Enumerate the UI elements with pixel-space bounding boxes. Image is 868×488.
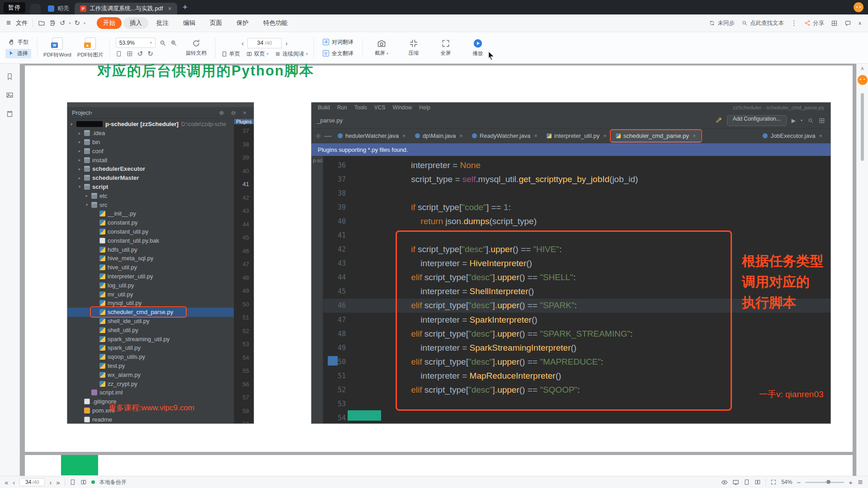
image-panel-icon[interactable]: [6, 91, 14, 99]
ribbon-tab[interactable]: 插入: [123, 17, 148, 29]
file-type-icon: [84, 175, 90, 181]
zoom-minus-icon[interactable]: −: [797, 479, 801, 486]
recording-pause-badge[interactable]: 暂停: [4, 2, 25, 13]
ribbon-tab[interactable]: 编辑: [177, 17, 202, 29]
tab-close-icon: ×: [603, 132, 607, 139]
comment-icon[interactable]: [844, 20, 851, 27]
tree-item: mr_util.py: [67, 290, 234, 299]
status-fullscreen-icon[interactable]: [770, 479, 777, 485]
line-number: 45: [323, 287, 352, 296]
ribbon-tab[interactable]: 保护: [230, 17, 255, 29]
status-page-box[interactable]: 34 /40: [19, 478, 45, 486]
clipboard-panel-icon[interactable]: [6, 110, 14, 117]
zoom-in-icon[interactable]: [170, 39, 177, 47]
new-tab-button[interactable]: +: [183, 2, 188, 12]
backup-status-dot: [91, 480, 95, 484]
first-page-icon[interactable]: «: [5, 479, 8, 486]
prev-page-status-icon[interactable]: ‹: [13, 479, 15, 486]
tree-item-label: etc: [99, 192, 107, 199]
ai-assistant-icon[interactable]: [858, 75, 868, 85]
zoom-out-icon[interactable]: [159, 39, 166, 47]
double-page-mode[interactable]: 双页 ▾: [246, 50, 269, 58]
project-header-caret-icon: ▾: [90, 111, 95, 115]
file-menu[interactable]: 文件: [16, 19, 28, 27]
tree-item-label: spark_util.py: [108, 344, 141, 351]
prev-page-icon[interactable]: ‹: [241, 39, 244, 47]
print-icon[interactable]: [49, 19, 56, 27]
rotate-left-icon[interactable]: ↺: [137, 50, 143, 58]
rotate-right-icon[interactable]: ↻: [147, 50, 153, 58]
share-button[interactable]: 分享: [804, 19, 824, 27]
single-page-icon: [222, 51, 227, 57]
fit-width-icon[interactable]: [127, 51, 133, 57]
backup-status-label[interactable]: 本地备份开: [99, 479, 127, 486]
zoom-slider[interactable]: [805, 482, 844, 483]
fit-page-icon[interactable]: [116, 51, 122, 57]
vertical-scrollbar[interactable]: [861, 93, 864, 161]
next-page-icon[interactable]: ›: [285, 39, 288, 47]
tab-close-icon[interactable]: ×: [168, 5, 172, 12]
next-page-status-icon[interactable]: ›: [49, 479, 52, 486]
tree-item-label: shell_ide_util.py: [108, 318, 150, 324]
compress-button[interactable]: 压缩: [401, 39, 427, 56]
page-fit-icon[interactable]: [744, 479, 750, 485]
status-single-page-icon[interactable]: [70, 479, 76, 485]
status-double-page-icon[interactable]: [80, 479, 87, 485]
tab-docer[interactable]: 稻壳: [42, 3, 75, 14]
open-folder-icon[interactable]: [38, 19, 45, 27]
rotate-document-button[interactable]: 旋转文档: [183, 39, 209, 56]
bookmark-icon[interactable]: [6, 73, 14, 80]
redo-dropdown-icon[interactable]: ▾: [84, 21, 85, 25]
fullscreen-button[interactable]: 全屏: [433, 39, 459, 56]
more-options-icon[interactable]: ⋮: [791, 19, 797, 27]
page-number-box[interactable]: 34 /40: [247, 38, 282, 48]
rotate-document-icon: [192, 39, 201, 48]
collapse-ribbon-icon[interactable]: ∧: [858, 20, 862, 26]
continuous-label: 连续阅读: [283, 50, 304, 58]
code-text: if script_type["code"] == 1:: [352, 202, 511, 212]
status-zoom-value[interactable]: 54%: [781, 479, 792, 485]
scroll-up-icon[interactable]: ∧: [860, 66, 864, 71]
book-view-icon[interactable]: [755, 479, 761, 485]
undo-dropdown-icon[interactable]: ▾: [69, 21, 71, 25]
right-sidebar: ∧: [856, 64, 868, 476]
ribbon-tab[interactable]: 批注: [150, 17, 175, 29]
find-text-button[interactable]: 点此查找文本: [741, 19, 784, 27]
sync-status[interactable]: 未同步: [709, 19, 735, 27]
zoom-plus-icon[interactable]: +: [849, 479, 853, 486]
redo-icon[interactable]: ↻: [75, 19, 80, 27]
undo-icon[interactable]: ↺: [60, 19, 66, 27]
full-translate-button[interactable]: 全 全文翻译: [320, 49, 356, 58]
file-type-icon: [91, 389, 97, 395]
zoom-slider-thumb[interactable]: [826, 480, 830, 484]
tab-pdf-document[interactable]: P 工作流调度系统...与实践.pdf ×: [75, 3, 177, 14]
ribbon-tab[interactable]: 页面: [203, 17, 228, 29]
single-page-mode[interactable]: 单页: [222, 50, 240, 58]
select-tool-button[interactable]: 选择: [5, 49, 31, 58]
layout-options-icon[interactable]: [857, 479, 863, 485]
last-page-icon[interactable]: »: [56, 479, 60, 486]
line-number: 49: [323, 344, 352, 352]
word-translate-button[interactable]: 译 对词翻译: [320, 38, 356, 47]
account-avatar[interactable]: [854, 2, 863, 12]
eye-protection-icon[interactable]: [721, 479, 728, 486]
screenshot-button[interactable]: 截屏 ▾: [368, 39, 395, 56]
continuous-mode[interactable]: 连续阅读 ▾: [275, 50, 308, 58]
monitor-mode-icon[interactable]: [732, 479, 739, 486]
document-view[interactable]: 对应的后台供调用的Python脚本 Project ▾ ⊕ ⊖ × ▾ p-sc…: [0, 64, 868, 476]
ribbon-tab[interactable]: 特色功能: [257, 17, 294, 29]
hand-tool-button[interactable]: 手型: [5, 38, 31, 47]
word-translate-label: 对词翻译: [332, 38, 354, 46]
play-button[interactable]: 播放: [465, 38, 491, 57]
browser-tab-stub[interactable]: [30, 4, 41, 14]
editor-sliver: Plugins 37383940414243444546474849505152…: [234, 119, 254, 423]
pdf-to-word-button[interactable]: W PDF转Word: [43, 38, 71, 58]
zoom-dropdown[interactable]: 53.9% ▾: [116, 38, 156, 48]
ribbon-tab[interactable]: 开始: [97, 17, 122, 29]
hamburger-menu-icon[interactable]: ≡: [6, 19, 11, 28]
chevron-icon: ▸: [77, 140, 82, 144]
gutter-line-number: 59: [234, 418, 254, 423]
pdf-to-image-button[interactable]: ▲ PDF转图片: [77, 38, 104, 58]
apps-grid-icon[interactable]: [831, 20, 838, 27]
code-line: 51 interpreter = MapReduceInterpreter(): [323, 369, 830, 383]
